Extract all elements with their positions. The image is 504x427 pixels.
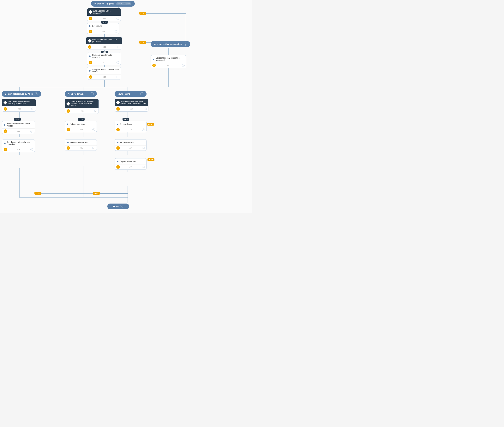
group-info-3[interactable]: i	[91, 92, 94, 95]
no-compare-time-node: No compare time was provided i	[151, 41, 190, 47]
lightning-icon-15[interactable]: ⚡	[116, 146, 120, 150]
lightning-icon-14[interactable]: ⚡	[67, 146, 70, 150]
lightning-icon-12[interactable]: ⚡	[116, 128, 120, 131]
info-icon-7[interactable]: i	[31, 107, 34, 110]
compare-time-node: Was a time to compare value provided? ⚡ …	[86, 37, 122, 50]
non-new-condition-header: Are the domains that were created before…	[65, 99, 99, 108]
non-new-condition-node: Are the domains that were created before…	[65, 99, 99, 114]
info-icon-16[interactable]: i	[142, 166, 145, 168]
set-new-domains-footer: ⚡ #27 i	[115, 145, 146, 151]
lightning-icon-11[interactable]: ⚡	[67, 128, 70, 131]
info-icon-12[interactable]: i	[142, 128, 145, 131]
set-non-new-domains-node: ▶ Set non new domains ⚡ #31 i	[65, 139, 97, 151]
set-results-node: ▶ Set Results ⚡ #26 i	[87, 23, 119, 34]
group-info-2[interactable]: i	[35, 92, 38, 95]
info-icon-9[interactable]: i	[144, 107, 147, 110]
set-results-header: ▶ Set Results	[87, 23, 119, 29]
tag-new-node: ▶ Tag domain as new ⚡ #37 i	[115, 158, 147, 170]
else-label-5: ELSE	[93, 192, 100, 195]
arrow-icon-4: ▶	[89, 55, 91, 57]
diamond-icon-3	[3, 101, 7, 105]
else-label-6: ELSE	[147, 158, 155, 161]
else-label-3: ELSE	[147, 123, 154, 126]
info-icon-10[interactable]: i	[30, 130, 33, 133]
set-no-whois-header: ▶ Set domains without Whois results	[2, 121, 35, 129]
lightning-icon-13[interactable]: ⚡	[4, 148, 7, 151]
lightning-icon-6[interactable]: ⚡	[89, 75, 92, 79]
lightning-icon-16[interactable]: ⚡	[116, 165, 120, 169]
arrow-icon-7: ▶	[67, 123, 69, 125]
set-domains-couldnt-header: ▶ Set domains that couldnt be processed	[151, 55, 186, 63]
diamond-icon-5	[116, 101, 120, 105]
new-condition-footer: ⚡ #25 i	[115, 106, 148, 111]
workflow-canvas: Playbook Triggered Inputs / Outputs Was …	[0, 0, 252, 214]
set-new-domains-node: ▶ Set new domains ⚡ #27 i	[115, 139, 147, 151]
compare-time-header: Was a time to compare value provided?	[86, 37, 122, 44]
new-condition-node: Are the domains that were created after …	[115, 99, 148, 112]
yes-label-3: YES	[14, 118, 21, 121]
group-non-new: Non new domains i	[65, 91, 97, 97]
else-label-4: ELSE	[34, 192, 41, 195]
group-info-icon[interactable]: i	[184, 43, 187, 46]
inputs-outputs-button[interactable]: Inputs / Outputs	[116, 2, 131, 5]
info-icon-13[interactable]: i	[30, 148, 33, 151]
set-new-times-footer: ⚡ #26 i	[115, 127, 146, 132]
lightning-icon-8[interactable]: ⚡	[67, 109, 70, 113]
tag-new-footer: ⚡ #37 i	[115, 164, 146, 169]
tag-no-whois-header: ▶ Tag domain with no Whois resolution	[2, 139, 35, 147]
info-icon-8[interactable]: i	[94, 110, 97, 112]
whois-condition-node: Are there domains without Whois query re…	[2, 99, 36, 112]
info-icon-5[interactable]: i	[116, 61, 119, 64]
info-icon-14[interactable]: i	[92, 147, 95, 149]
arrow-icon-5: ▶	[89, 69, 91, 72]
set-not-new-times-header: ▶ Set not new times	[65, 121, 97, 127]
set-no-whois-node: ▶ Set domains without Whois results ⚡ #3…	[2, 121, 35, 134]
set-no-whois-footer: ⚡ #38 i	[2, 129, 35, 134]
arrow-icon-12: ▶	[117, 160, 118, 163]
group-new-domains: New domains i	[115, 91, 147, 97]
calc-timestamp-header: ▶ Calculate timestamp to compare	[87, 53, 121, 60]
info-icon-3[interactable]: i	[117, 46, 120, 48]
group-info-4[interactable]: i	[140, 92, 143, 95]
calc-timestamp-node: ▶ Calculate timestamp to compare ⚡ #7 i	[87, 52, 121, 65]
info-icon-6[interactable]: i	[116, 76, 119, 78]
domain-provided-footer: ⚡ #22 i	[87, 16, 121, 21]
compare-domain-footer: ⚡ #24 i	[87, 74, 121, 80]
diamond-icon	[89, 10, 93, 14]
lightning-icon-3[interactable]: ⚡	[88, 45, 91, 49]
info-icon-2[interactable]: i	[115, 30, 117, 33]
done-node: Done i	[108, 204, 129, 209]
set-not-new-times-footer: ⚡ #29 i	[65, 127, 97, 132]
domain-provided-node: Was a domain value provided? ⚡ #22 i	[87, 8, 121, 21]
lightning-icon-2[interactable]: ⚡	[89, 30, 92, 33]
diamond-icon-4	[66, 102, 70, 106]
info-icon[interactable]: i	[116, 17, 119, 20]
whois-footer: ⚡ #55 i	[2, 106, 36, 111]
lightning-icon-9[interactable]: ⚡	[116, 107, 120, 111]
playbook-triggered-node[interactable]: Playbook Triggered Inputs / Outputs	[91, 1, 135, 7]
calc-timestamp-footer: ⚡ #7 i	[87, 60, 121, 65]
info-icon-4[interactable]: i	[182, 64, 185, 67]
lightning-icon-4[interactable]: ⚡	[152, 64, 156, 67]
lightning-icon-10[interactable]: ⚡	[4, 130, 7, 133]
lightning-icon-5[interactable]: ⚡	[89, 61, 92, 64]
compare-time-footer: ⚡ #39 i	[86, 44, 122, 50]
non-new-footer: ⚡ #30 i	[65, 108, 99, 114]
lightning-icon[interactable]: ⚡	[89, 17, 92, 20]
yes-label-5: YES	[123, 118, 129, 121]
lightning-icon-7[interactable]: ⚡	[4, 107, 7, 111]
whois-condition-header: Are there domains without Whois query re…	[2, 99, 36, 106]
done-info-icon[interactable]: i	[120, 205, 123, 208]
info-icon-11[interactable]: i	[92, 128, 95, 131]
set-domains-couldnt-node: ▶ Set domains that couldnt be processed …	[151, 55, 186, 68]
yes-label-1: YES	[101, 21, 108, 24]
arrow-icon-10: ▶	[67, 141, 69, 144]
set-domains-couldnt-footer: ⚡ #41 i	[151, 63, 186, 68]
tag-no-whois-footer: ⚡ #36 i	[2, 147, 35, 152]
set-not-new-times-node: ▶ Set not new times ⚡ #29 i	[65, 121, 97, 132]
set-new-times-header: ▶ Set new times	[115, 121, 146, 127]
info-icon-15[interactable]: i	[142, 147, 145, 149]
compare-domain-node: ▶ Compare domain creation time to input …	[87, 67, 121, 80]
arrow-icon-3: ▶	[153, 58, 155, 60]
compare-domain-header: ▶ Compare domain creation time to input	[87, 67, 121, 74]
